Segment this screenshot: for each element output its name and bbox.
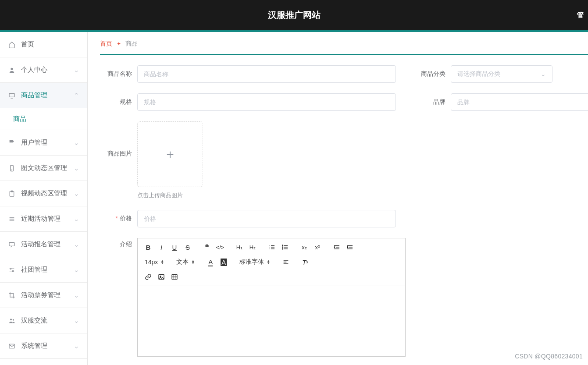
h1-button[interactable]: H₁ <box>233 241 246 253</box>
editor-content-area[interactable] <box>138 286 405 356</box>
svg-rect-1 <box>9 93 14 97</box>
select-placeholder: 请选择商品分类 <box>457 70 500 78</box>
sidebar-item-home[interactable]: 首页 <box>0 32 87 57</box>
input-price[interactable] <box>137 210 396 227</box>
ordered-list-button[interactable] <box>266 241 278 253</box>
chevron-down-icon: ⌄ <box>74 241 79 248</box>
indent-button[interactable] <box>344 241 356 253</box>
strike-button[interactable]: S <box>182 241 194 253</box>
fontsize-select[interactable]: 14px ▲▼ <box>142 256 167 268</box>
svg-point-16 <box>160 276 161 277</box>
sliders-icon <box>8 266 16 274</box>
svg-point-12 <box>282 245 283 246</box>
svg-point-14 <box>282 248 283 249</box>
video-button[interactable] <box>168 271 181 283</box>
sidebar-item-users[interactable]: 用户管理 ⌄ <box>0 130 87 156</box>
text-color-button[interactable]: A <box>204 256 217 268</box>
svg-point-13 <box>282 247 283 248</box>
editor-toolbar: B I U S ❝ </> H₁ H₂ <box>138 238 405 286</box>
product-form: 商品名称 商品分类 请选择商品分类 ⌄ 规格 品牌 <box>100 55 588 357</box>
sidebar-item-label: 商品管理 <box>21 91 47 99</box>
main-content: 首页 ✦ 商品 商品名称 商品分类 请选择商品分类 ⌄ <box>88 32 588 365</box>
input-spec[interactable] <box>137 93 396 111</box>
sidebar-item-label: 活动票券管理 <box>21 291 61 299</box>
chevron-down-icon: ⌄ <box>74 190 79 198</box>
plus-icon: ＋ <box>164 146 176 163</box>
sidebar-item-label: 活动报名管理 <box>21 240 61 248</box>
home-star-icon: ✦ <box>117 41 121 47</box>
subscript-button[interactable]: x₂ <box>298 241 310 253</box>
chevron-up-icon: ⌃ <box>74 92 79 99</box>
chevron-down-icon: ⌄ <box>541 71 546 78</box>
chat-icon <box>8 241 16 248</box>
unordered-list-button[interactable] <box>279 241 291 253</box>
upload-image-box[interactable]: ＋ <box>137 121 203 187</box>
image-button[interactable] <box>155 271 167 283</box>
upload-hint: 点击上传商品图片 <box>137 191 203 199</box>
bg-color-button[interactable]: A <box>217 256 230 268</box>
sidebar-item-image-feed[interactable]: 图文动态区管理 ⌄ <box>0 156 87 181</box>
sidebar-subitem-product[interactable]: 商品 <box>0 108 87 130</box>
sidebar-item-label: 近期活动管理 <box>21 215 61 223</box>
clear-format-button[interactable]: Tx <box>299 256 311 268</box>
chevron-down-icon: ⌄ <box>74 291 79 299</box>
people-icon <box>8 317 16 325</box>
svg-point-7 <box>10 268 11 269</box>
sidebar-item-label: 用户管理 <box>21 138 47 147</box>
svg-point-10 <box>13 319 14 320</box>
bold-button[interactable]: B <box>142 241 154 253</box>
sidebar-item-label: 汉服交流 <box>21 316 47 325</box>
superscript-button[interactable]: x² <box>311 241 324 253</box>
code-button[interactable]: </> <box>214 241 226 253</box>
h2-button[interactable]: H₂ <box>246 241 259 253</box>
phone-icon <box>8 164 16 172</box>
label-category: 商品分类 <box>413 70 451 78</box>
breadcrumb: 首页 ✦ 商品 <box>100 32 588 55</box>
outdent-button[interactable] <box>331 241 343 253</box>
chevron-down-icon: ⌄ <box>74 66 79 74</box>
sidebar-item-label: 社团管理 <box>21 266 47 274</box>
app-header: 汉服推广网站 管 <box>0 0 588 30</box>
chevron-down-icon: ⌄ <box>74 215 79 223</box>
select-category[interactable]: 请选择商品分类 ⌄ <box>451 65 552 83</box>
sidebar-item-label: 首页 <box>21 40 34 49</box>
chevron-down-icon: ⌄ <box>74 266 79 274</box>
align-button[interactable] <box>280 256 292 268</box>
sidebar-item-profile[interactable]: 个人中心 ⌄ <box>0 57 87 83</box>
label-brand: 品牌 <box>413 98 451 106</box>
format-select[interactable]: 文本 ▲▼ <box>174 256 197 268</box>
home-icon <box>8 41 16 49</box>
sidebar-item-club[interactable]: 社团管理 ⌄ <box>0 257 87 283</box>
input-product-name[interactable] <box>137 65 396 83</box>
italic-button[interactable]: I <box>155 241 167 253</box>
flag-icon <box>8 139 16 147</box>
underline-button[interactable]: U <box>168 241 181 253</box>
link-button[interactable] <box>142 271 154 283</box>
fontfamily-select[interactable]: 标准字体 ▲▼ <box>237 256 273 268</box>
sidebar-item-label: 个人中心 <box>21 66 47 74</box>
label-intro: 介绍 <box>100 238 137 248</box>
chevron-down-icon: ⌄ <box>74 164 79 172</box>
tv-icon <box>8 92 16 99</box>
sidebar-item-video-feed[interactable]: 视频动态区管理 ⌄ <box>0 181 87 206</box>
sidebar-item-recent-activity[interactable]: 近期活动管理 ⌄ <box>0 206 87 232</box>
svg-rect-6 <box>9 242 14 246</box>
chevron-down-icon: ⌄ <box>74 139 79 147</box>
watermark: CSDN @QQ860234001 <box>515 353 583 360</box>
sidebar-subitem-label: 商品 <box>13 115 26 123</box>
sidebar-item-activity-signup[interactable]: 活动报名管理 ⌄ <box>0 232 87 257</box>
breadcrumb-home[interactable]: 首页 <box>100 40 112 48</box>
sidebar: 首页 个人中心 ⌄ 商品管理 ⌃ 商品 用户管理 ⌄ <box>0 32 88 365</box>
header-right-text: 管 <box>577 11 584 19</box>
sidebar-item-products[interactable]: 商品管理 ⌃ <box>0 83 87 108</box>
input-brand[interactable] <box>451 93 588 111</box>
svg-rect-5 <box>11 191 13 192</box>
crop-icon <box>8 291 16 299</box>
sidebar-item-hanfu-chat[interactable]: 汉服交流 ⌄ <box>0 308 87 333</box>
sidebar-item-system[interactable]: 系统管理 ⌄ <box>0 333 87 359</box>
quote-button[interactable]: ❝ <box>201 241 213 253</box>
sidebar-item-ticket[interactable]: 活动票券管理 ⌄ <box>0 283 87 308</box>
svg-point-9 <box>10 319 12 320</box>
rich-text-editor: B I U S ❝ </> H₁ H₂ <box>137 238 406 357</box>
label-spec: 规格 <box>100 98 137 106</box>
